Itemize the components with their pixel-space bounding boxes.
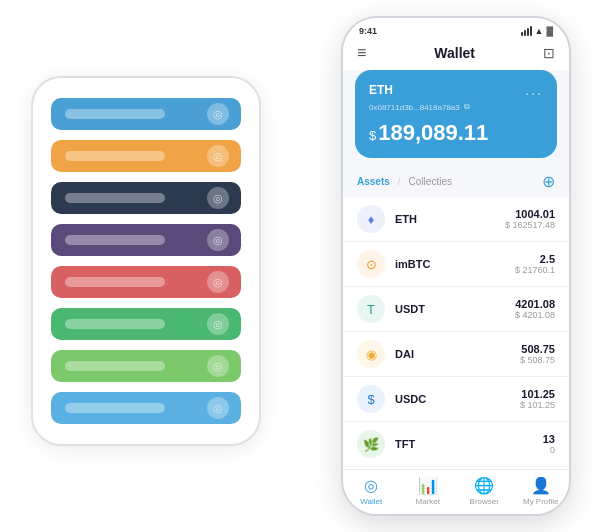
asset-values-dai: 508.75 $ 508.75 [520,343,555,365]
balance-prefix: $ [369,128,376,143]
nav-item-wallet[interactable]: ◎ Wallet [343,476,400,506]
status-icons: ▲ ▓ [521,26,553,36]
wifi-icon: ▲ [535,26,544,36]
card-item-2[interactable]: ◎ [51,140,241,172]
asset-usd: $ 162517.48 [505,220,555,230]
card-item-5[interactable]: ◎ [51,266,241,298]
asset-name-usdc: USDC [395,393,520,405]
asset-values-imbtc: 2.5 $ 21760.1 [515,253,555,275]
card-icon: ◎ [207,103,229,125]
scan-icon[interactable]: ⊡ [543,45,555,61]
nav-icon-browser: 🌐 [474,476,494,495]
asset-values-usdt: 4201.08 $ 4201.08 [515,298,555,320]
tab-collecties[interactable]: Collecties [409,176,452,187]
card-icon: ◎ [207,271,229,293]
asset-icon-usdc: $ [357,385,385,413]
asset-icon-eth: ♦ [357,205,385,233]
card-label [65,319,165,329]
assets-list: ♦ ETH 1004.01 $ 162517.48 ⊙ imBTC 2.5 $ … [343,197,569,469]
nav-icon-wallet: ◎ [364,476,378,495]
wallet-coin-label: ETH [369,83,393,97]
header-title: Wallet [434,45,475,61]
asset-row-tft[interactable]: 🌿 TFT 13 0 [343,422,569,467]
assets-tabs: Assets / Collecties [357,176,452,187]
asset-values-eth: 1004.01 $ 162517.48 [505,208,555,230]
card-label [65,277,165,287]
asset-amount: 4201.08 [515,298,555,310]
asset-usd: $ 4201.08 [515,310,555,320]
nav-icon-market: 📊 [418,476,438,495]
card-label [65,151,165,161]
wallet-balance: $189,089.11 [369,120,543,146]
nav-label-profile: My Profile [523,497,559,506]
asset-amount: 508.75 [520,343,555,355]
card-item-1[interactable]: ◎ [51,98,241,130]
nav-item-browser[interactable]: 🌐 Browser [456,476,513,506]
card-item-8[interactable]: ◎ [51,392,241,424]
card-label [65,403,165,413]
asset-row-imbtc[interactable]: ⊙ imBTC 2.5 $ 21760.1 [343,242,569,287]
asset-row-dai[interactable]: ◉ DAI 508.75 $ 508.75 [343,332,569,377]
asset-usd: $ 508.75 [520,355,555,365]
phone-header: ≡ Wallet ⊡ [343,40,569,70]
nav-label-market: Market [416,497,440,506]
nav-item-profile[interactable]: 👤 My Profile [513,476,570,506]
asset-values-usdc: 101.25 $ 101.25 [520,388,555,410]
wallet-more-button[interactable]: ... [525,82,543,98]
card-label [65,109,165,119]
card-icon: ◎ [207,145,229,167]
tab-divider: / [398,176,401,187]
status-time: 9:41 [359,26,377,36]
asset-name-tft: TFT [395,438,543,450]
nav-icon-profile: 👤 [531,476,551,495]
asset-usd: $ 21760.1 [515,265,555,275]
asset-values-tft: 13 0 [543,433,555,455]
asset-amount: 101.25 [520,388,555,400]
bottom-nav: ◎ Wallet 📊 Market 🌐 Browser 👤 My Profile [343,469,569,514]
menu-icon[interactable]: ≡ [357,44,366,62]
asset-usd: $ 101.25 [520,400,555,410]
balance-amount: 189,089.11 [378,120,488,145]
status-bar: 9:41 ▲ ▓ [343,18,569,40]
card-item-3[interactable]: ◎ [51,182,241,214]
asset-icon-usdt: T [357,295,385,323]
copy-icon[interactable]: ⧉ [464,102,470,112]
tab-assets[interactable]: Assets [357,176,390,187]
card-item-7[interactable]: ◎ [51,350,241,382]
card-icon: ◎ [207,397,229,419]
card-item-6[interactable]: ◎ [51,308,241,340]
asset-row-usdc[interactable]: $ USDC 101.25 $ 101.25 [343,377,569,422]
nav-label-wallet: Wallet [360,497,382,506]
asset-name-usdt: USDT [395,303,515,315]
asset-icon-tft: 🌿 [357,430,385,458]
asset-name-imbtc: imBTC [395,258,515,270]
fg-phone: 9:41 ▲ ▓ ≡ Wallet ⊡ ETH ... [341,16,571,516]
asset-name-dai: DAI [395,348,520,360]
bg-phone: ◎ ◎ ◎ ◎ ◎ ◎ ◎ ◎ [31,76,261,446]
wallet-card-top: ETH ... [369,82,543,98]
asset-row-usdt[interactable]: T USDT 4201.08 $ 4201.08 [343,287,569,332]
asset-icon-imbtc: ⊙ [357,250,385,278]
card-label [65,235,165,245]
card-icon: ◎ [207,187,229,209]
asset-row-eth[interactable]: ♦ ETH 1004.01 $ 162517.48 [343,197,569,242]
asset-amount: 1004.01 [505,208,555,220]
nav-item-market[interactable]: 📊 Market [400,476,457,506]
asset-amount: 2.5 [515,253,555,265]
nav-label-browser: Browser [470,497,499,506]
assets-header: Assets / Collecties ⊕ [343,168,569,197]
card-label [65,361,165,371]
battery-icon: ▓ [546,26,553,36]
wallet-card: ETH ... 0x08711d3b...8418a78a3 ⧉ $189,08… [355,70,557,158]
asset-amount: 13 [543,433,555,445]
asset-name-eth: ETH [395,213,505,225]
scene: ◎ ◎ ◎ ◎ ◎ ◎ ◎ ◎ 9:41 [21,16,581,516]
wallet-address: 0x08711d3b...8418a78a3 ⧉ [369,102,543,112]
asset-icon-dai: ◉ [357,340,385,368]
add-asset-button[interactable]: ⊕ [542,172,555,191]
card-icon: ◎ [207,355,229,377]
asset-usd: 0 [543,445,555,455]
card-item-4[interactable]: ◎ [51,224,241,256]
card-icon: ◎ [207,313,229,335]
card-icon: ◎ [207,229,229,251]
